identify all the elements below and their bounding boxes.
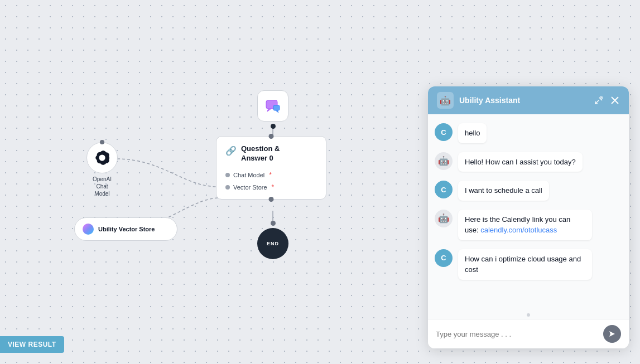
vector-store-field-label: Vector Store — [233, 184, 267, 191]
chat-header: 🤖 Ubility Assistant — [428, 86, 629, 114]
expand-button[interactable] — [593, 95, 604, 106]
bubble-4: Here is the Calendly link you can use: c… — [458, 210, 592, 240]
chat-model-dot — [225, 173, 230, 177]
message-4: 🤖 Here is the Calendly link you can use:… — [435, 210, 622, 240]
expand-icon — [594, 96, 603, 105]
scroll-dot — [527, 313, 530, 317]
end-box: END — [257, 228, 288, 259]
qa-field-vector-store: Vector Store * — [225, 183, 317, 191]
chat-panel: 🤖 Ubility Assistant C — [428, 86, 629, 348]
qa-header: 🔗 Question & Answer 0 — [225, 144, 317, 163]
qa-field-chat-model: Chat Model * — [225, 171, 317, 179]
message-3: C I want to schedule a call — [435, 181, 622, 201]
node-vector-store[interactable]: Ubility Vector Store — [74, 217, 177, 241]
chat-model-label: Chat Model — [233, 172, 264, 178]
calendly-link[interactable]: calendly.com/ototlucass — [480, 226, 557, 234]
qa-fields: Chat Model * Vector Store * — [225, 171, 317, 191]
bot-avatar-1: 🤖 — [435, 152, 453, 170]
user-avatar-2: C — [435, 181, 453, 198]
send-button[interactable] — [603, 325, 621, 343]
svg-rect-4 — [273, 105, 280, 110]
chat-header-left: 🤖 Ubility Assistant — [437, 92, 520, 109]
qa-link-icon: 🔗 — [225, 145, 237, 156]
node-openai[interactable]: OpenAI Chat Model — [86, 142, 118, 197]
chat-trigger-icon — [264, 98, 281, 114]
close-icon — [611, 96, 619, 104]
chat-trigger-connector-bottom — [271, 124, 276, 129]
view-result-button[interactable]: VIEW RESULT — [0, 336, 64, 353]
qa-title-block: Question & Answer 0 — [241, 144, 280, 163]
openai-label: OpenAI Chat Model — [93, 176, 112, 197]
scroll-indicator — [428, 311, 629, 319]
node-qa[interactable]: 🔗 Question & Answer 0 Chat Model * Vecto… — [216, 136, 326, 200]
openai-logo-icon — [94, 149, 110, 166]
message-2: 🤖 Hello! How can I assist you today? — [435, 152, 622, 172]
qa-subtitle: Answer 0 — [241, 154, 280, 163]
end-connector-top — [271, 221, 276, 226]
vector-store-required: * — [272, 183, 275, 191]
message-5: C How can i optimize cloud usage and cos… — [435, 249, 622, 280]
svg-line-6 — [596, 100, 599, 103]
bubble-3: I want to schedule a call — [458, 181, 549, 201]
openai-connector-top — [100, 140, 104, 144]
chat-model-required: * — [269, 171, 272, 179]
node-end[interactable]: END — [257, 221, 288, 259]
bubble-1: hello — [458, 123, 487, 143]
send-icon — [608, 330, 616, 338]
chat-bot-icon: 🤖 — [437, 92, 454, 109]
chat-input-area — [428, 319, 629, 348]
vector-store-dot — [225, 185, 230, 190]
openai-circle — [86, 142, 118, 173]
vector-store-label: Ubility Vector Store — [98, 226, 155, 232]
qa-title: Question & — [241, 144, 280, 154]
vector-store-icon — [83, 224, 94, 235]
chat-input[interactable] — [436, 330, 599, 338]
svg-point-2 — [99, 154, 105, 161]
qa-connector-top — [269, 134, 274, 139]
close-button[interactable] — [610, 95, 620, 105]
end-label: END — [267, 241, 279, 246]
message-1: C hello — [435, 123, 622, 143]
chat-title: Ubility Assistant — [459, 96, 520, 105]
chat-header-actions — [593, 95, 620, 106]
bubble-5: How can i optimize cloud usage and cost — [458, 249, 592, 280]
node-chat-trigger[interactable] — [257, 90, 288, 129]
chat-trigger-box — [257, 90, 288, 122]
chat-messages: C hello 🤖 Hello! How can I assist you to… — [428, 114, 629, 311]
bot-avatar-2: 🤖 — [435, 210, 453, 227]
qa-connector-bottom — [269, 197, 274, 202]
user-avatar-3: C — [435, 249, 453, 267]
bubble-2: Hello! How can I assist you today? — [458, 152, 583, 172]
user-avatar-1: C — [435, 123, 453, 141]
